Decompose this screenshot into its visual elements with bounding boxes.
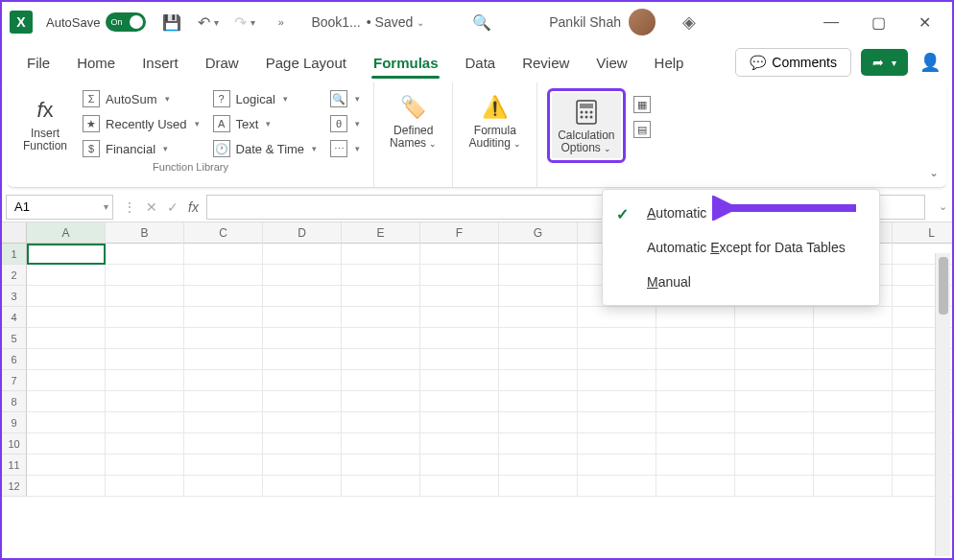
cell[interactable] [814, 370, 893, 391]
tab-formulas[interactable]: Formulas [360, 47, 452, 79]
cell[interactable] [499, 370, 578, 391]
collab-icon[interactable]: 👤 [919, 52, 941, 73]
row-header[interactable]: 10 [2, 433, 27, 455]
cell[interactable] [27, 265, 106, 286]
cell[interactable] [656, 455, 735, 476]
cell[interactable] [342, 349, 420, 370]
column-header[interactable]: B [106, 222, 184, 244]
row-header[interactable]: 7 [2, 370, 27, 391]
cell[interactable] [420, 265, 499, 286]
cell[interactable] [420, 476, 499, 497]
cell[interactable] [499, 391, 578, 412]
cell[interactable] [263, 286, 342, 307]
cell[interactable] [814, 476, 893, 497]
cell[interactable] [184, 370, 263, 391]
cancel-icon[interactable]: ✕ [146, 199, 157, 215]
cell[interactable] [184, 476, 263, 497]
row-header[interactable]: 11 [2, 455, 27, 476]
financial-button[interactable]: $Financial▾ [79, 138, 203, 159]
cell[interactable] [27, 455, 106, 476]
defined-names-button[interactable]: 🏷️ DefinedNames ⌄ [384, 88, 442, 153]
user-name[interactable]: Pankil Shah [549, 14, 621, 30]
cell[interactable] [735, 391, 814, 412]
cell[interactable] [342, 328, 420, 349]
cell[interactable] [499, 349, 578, 370]
cell[interactable] [578, 455, 656, 476]
cell[interactable] [342, 286, 420, 307]
qat-overflow-icon[interactable]: » [271, 12, 292, 33]
row-header[interactable]: 12 [2, 476, 27, 497]
cell[interactable] [263, 349, 342, 370]
cell[interactable] [106, 349, 184, 370]
cell[interactable] [499, 476, 578, 497]
cell[interactable] [342, 433, 420, 455]
cell[interactable] [735, 476, 814, 497]
title-dropdown-icon[interactable]: ⌄ [417, 17, 424, 28]
collapse-ribbon-icon[interactable]: ⌄ [929, 166, 939, 179]
cell[interactable] [263, 476, 342, 497]
cell[interactable] [499, 265, 578, 286]
cell[interactable] [184, 307, 263, 328]
calculation-options-button[interactable]: CalculationOptions ⌄ [552, 93, 620, 158]
maximize-button[interactable]: ▢ [871, 13, 886, 32]
calculate-sheet-button[interactable]: ▤ [630, 119, 655, 140]
cell[interactable] [342, 455, 420, 476]
cell[interactable] [263, 412, 342, 433]
cell[interactable] [263, 391, 342, 412]
tab-home[interactable]: Home [63, 47, 129, 79]
insert-function-button[interactable]: fx InsertFunction [17, 88, 73, 159]
cell[interactable] [106, 307, 184, 328]
expand-formula-bar-icon[interactable]: ⌄ [933, 200, 952, 213]
cell[interactable] [735, 412, 814, 433]
search-icon[interactable]: 🔍 [472, 13, 491, 32]
cell[interactable] [735, 370, 814, 391]
tab-insert[interactable]: Insert [129, 47, 192, 79]
cell[interactable] [656, 307, 735, 328]
tab-page-layout[interactable]: Page Layout [252, 47, 360, 79]
cell[interactable] [814, 391, 893, 412]
cell[interactable] [342, 476, 420, 497]
date-time-button[interactable]: 🕐Date & Time▾ [209, 138, 322, 159]
avatar[interactable] [629, 9, 656, 35]
tab-help[interactable]: Help [641, 47, 698, 79]
cell[interactable] [27, 370, 106, 391]
cell[interactable] [342, 265, 420, 286]
cell[interactable] [499, 328, 578, 349]
tab-file[interactable]: File [13, 47, 63, 79]
cell[interactable] [578, 328, 656, 349]
column-header[interactable]: G [499, 222, 578, 244]
cell[interactable] [420, 349, 499, 370]
cell[interactable] [656, 370, 735, 391]
calculate-now-button[interactable]: ▦ [630, 94, 655, 115]
comments-button[interactable]: 💬 Comments [735, 48, 851, 77]
menu-item-manual[interactable]: Manual [603, 265, 879, 299]
cell[interactable] [106, 286, 184, 307]
cell[interactable] [656, 433, 735, 455]
select-all-corner[interactable] [2, 222, 27, 244]
recently-used-button[interactable]: ★Recently Used▾ [79, 113, 203, 134]
cell[interactable] [263, 455, 342, 476]
cell[interactable] [342, 412, 420, 433]
cell[interactable] [420, 370, 499, 391]
chevron-down-icon[interactable]: ▾ [104, 201, 108, 212]
share-button[interactable]: ➦ ▾ [861, 49, 908, 76]
cell[interactable] [814, 412, 893, 433]
cell[interactable] [27, 307, 106, 328]
redo-icon[interactable]: ↷▾ [234, 12, 255, 33]
cell[interactable] [814, 328, 893, 349]
cell[interactable] [342, 244, 420, 265]
cell[interactable] [27, 391, 106, 412]
document-title[interactable]: Book1... [311, 14, 360, 30]
cell[interactable] [814, 307, 893, 328]
autosave-toggle[interactable]: On [106, 12, 146, 32]
cell[interactable] [184, 349, 263, 370]
cell[interactable] [420, 286, 499, 307]
premium-icon[interactable]: ◈ [682, 12, 696, 33]
cell[interactable] [263, 307, 342, 328]
cell[interactable] [420, 244, 499, 265]
row-header[interactable]: 6 [2, 349, 27, 370]
cell[interactable] [106, 370, 184, 391]
cell[interactable] [106, 244, 184, 265]
tab-review[interactable]: Review [509, 47, 583, 79]
row-header[interactable]: 4 [2, 307, 27, 328]
